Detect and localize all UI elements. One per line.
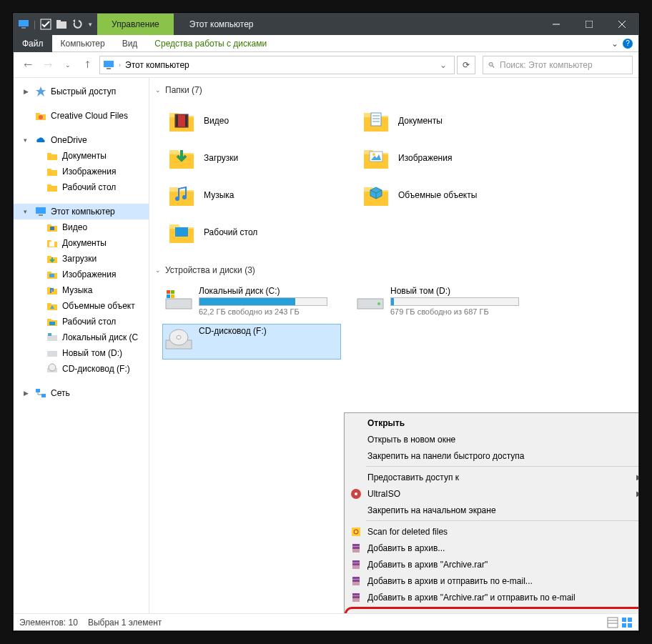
context-menu-item[interactable]: Открыть: [346, 415, 638, 431]
new-folder-icon[interactable]: [56, 19, 67, 30]
sidebar-item[interactable]: Рабочий стол: [14, 179, 149, 195]
star-icon: [35, 86, 46, 97]
svg-rect-16: [49, 274, 54, 277]
ribbon-collapse-icon[interactable]: ⌄: [611, 39, 618, 49]
view-tiles-icon[interactable]: [621, 617, 633, 628]
context-menu-item[interactable]: Закрепить на панели быстрого доступа: [346, 447, 638, 464]
search-icon: 🔍︎: [488, 61, 495, 69]
context-menu-item[interactable]: UltraISO ▶: [346, 485, 638, 502]
checkbox-icon[interactable]: [40, 19, 51, 30]
folder-item[interactable]: Видео: [168, 104, 340, 138]
sidebar-item[interactable]: Рабочий стол: [14, 314, 149, 330]
context-menu-item[interactable]: Добавить в архив "Archive.rar": [346, 556, 638, 573]
drive-item[interactable]: Локальный диск (C:) 62,2 ГБ свободно из …: [162, 284, 341, 319]
maximize-button[interactable]: [573, 14, 606, 35]
sidebar-item[interactable]: Изображения: [14, 164, 149, 179]
context-menu-item[interactable]: Извлечь: [346, 610, 638, 613]
chevron-right-icon[interactable]: ▶: [24, 88, 31, 95]
svg-rect-18: [47, 335, 57, 341]
sidebar-network[interactable]: ▶ Сеть: [14, 385, 149, 401]
sidebar-item[interactable]: Новый том (D:): [14, 345, 149, 361]
refresh-button[interactable]: ⟳: [457, 56, 475, 74]
svg-rect-10: [107, 68, 111, 69]
submenu-arrow-icon: ▶: [636, 490, 638, 497]
chevron-down-icon[interactable]: ▾: [24, 137, 31, 144]
context-menu-item[interactable]: Scan for deleted files: [346, 523, 638, 540]
sidebar-item[interactable]: CD-дисковод (F:): [14, 361, 149, 377]
sidebar-this-pc[interactable]: ▾ Этот компьютер: [14, 204, 149, 219]
context-menu-item[interactable]: Добавить в архив и отправить по e-mail..…: [346, 573, 638, 589]
sidebar-item[interactable]: Документы: [14, 235, 149, 251]
sidebar-item[interactable]: Локальный диск (С: [14, 330, 149, 345]
context-menu-item[interactable]: Открыть в новом окне: [346, 431, 638, 447]
svg-rect-60: [352, 580, 360, 582]
ribbon-tab-computer[interactable]: Компьютер: [52, 35, 114, 52]
svg-rect-50: [352, 527, 360, 536]
sidebar-item[interactable]: Загрузки: [14, 251, 149, 267]
sidebar-onedrive[interactable]: ▾ OneDrive: [14, 132, 149, 148]
address-dropdown-icon[interactable]: ⌄: [435, 60, 451, 70]
sidebar-creative-cloud[interactable]: Creative Cloud Files: [14, 108, 149, 124]
context-menu-item[interactable]: Добавить в архив...: [346, 540, 638, 556]
svg-rect-56: [352, 560, 360, 563]
sidebar-quick-access[interactable]: ▶ Быстрый доступ: [14, 84, 149, 99]
sidebar-item[interactable]: Музыка: [14, 282, 149, 298]
context-menu-item[interactable]: Добавить в архив "Archive.rar" и отправи…: [346, 589, 638, 605]
close-button[interactable]: [606, 14, 638, 35]
drive-sublabel: 679 ГБ свободно из 687 ГБ: [390, 307, 519, 316]
svg-point-34: [175, 197, 179, 201]
folders-grid: Видео Документы Загрузки Изображения: [155, 98, 584, 262]
section-folders-header[interactable]: ⌄ Папки (7): [155, 82, 638, 98]
folder-item[interactable]: Рабочий стол: [168, 215, 340, 249]
sidebar-item[interactable]: Документы: [14, 148, 149, 164]
window-controls: [540, 14, 638, 35]
view-details-icon[interactable]: [607, 617, 618, 628]
context-menu-item[interactable]: Предоставить доступ к ▶: [346, 469, 638, 485]
help-icon[interactable]: ?: [623, 39, 633, 49]
context-menu-label: Предоставить доступ к: [367, 472, 459, 482]
sidebar-item[interactable]: Объемные объект: [14, 298, 149, 314]
window-title: Этот компьютер: [189, 19, 254, 29]
status-bar: Элементов: 10 Выбран 1 элемент: [14, 613, 638, 630]
folder-item[interactable]: Загрузки: [168, 141, 340, 175]
creative-cloud-icon: [35, 110, 46, 122]
drive-item[interactable]: CD-дисковод (F:): [162, 324, 341, 360]
status-item-count: Элементов: 10: [19, 618, 78, 628]
ribbon-tab-view[interactable]: Вид: [114, 35, 147, 52]
ribbon-tab-file[interactable]: Файл: [14, 35, 52, 52]
nav-history-dropdown[interactable]: ⌄: [59, 56, 76, 74]
nav-forward-button[interactable]: 🡒: [39, 56, 56, 74]
submenu-arrow-icon: ▶: [636, 473, 638, 481]
svg-rect-68: [628, 618, 632, 622]
svg-rect-24: [41, 394, 46, 397]
drive-item[interactable]: Новый том (D:) 679 ГБ свободно из 687 ГБ: [354, 284, 533, 319]
pc-icon: [103, 59, 114, 71]
drive-label: CD-дисковод (F:): [199, 326, 267, 336]
address-bar[interactable]: › Этот компьютер ⌄: [99, 56, 455, 74]
minimize-button[interactable]: [540, 14, 573, 35]
context-menu-item[interactable]: Закрепить на начальном экране: [346, 502, 638, 518]
qat-dropdown-icon[interactable]: ▼: [87, 21, 93, 28]
ribbon-tab-disk-tools[interactable]: Средства работы с дисками: [146, 35, 275, 52]
chevron-right-icon[interactable]: ▶: [24, 390, 31, 397]
svg-rect-17: [49, 322, 55, 325]
sidebar-item[interactable]: Видео: [14, 219, 149, 235]
nav-up-button[interactable]: 🡑: [79, 56, 97, 74]
chevron-down-icon[interactable]: ▾: [24, 208, 31, 215]
folder-item[interactable]: Изображения: [362, 141, 534, 175]
folder-item[interactable]: Музыка: [168, 178, 340, 212]
qat-separator: |: [34, 19, 36, 29]
breadcrumb-chevron-icon[interactable]: ›: [119, 61, 121, 69]
svg-rect-64: [608, 618, 618, 628]
nav-back-button[interactable]: 🡐: [19, 56, 36, 74]
folder-item[interactable]: Объемные объекты: [362, 178, 534, 212]
breadcrumb[interactable]: Этот компьютер: [125, 60, 189, 70]
context-menu-label: Добавить в архив...: [367, 543, 445, 553]
folder-item[interactable]: Документы: [362, 104, 534, 138]
folder-label: Изображения: [398, 153, 452, 163]
section-drives-header[interactable]: ⌄ Устройства и диски (3): [155, 262, 638, 278]
sidebar-item[interactable]: Изображения: [14, 267, 149, 282]
search-input[interactable]: 🔍︎ Поиск: Этот компьютер: [483, 56, 633, 74]
context-menu-label: Закрепить на начальном экране: [367, 505, 496, 515]
undo-icon[interactable]: [71, 19, 83, 30]
